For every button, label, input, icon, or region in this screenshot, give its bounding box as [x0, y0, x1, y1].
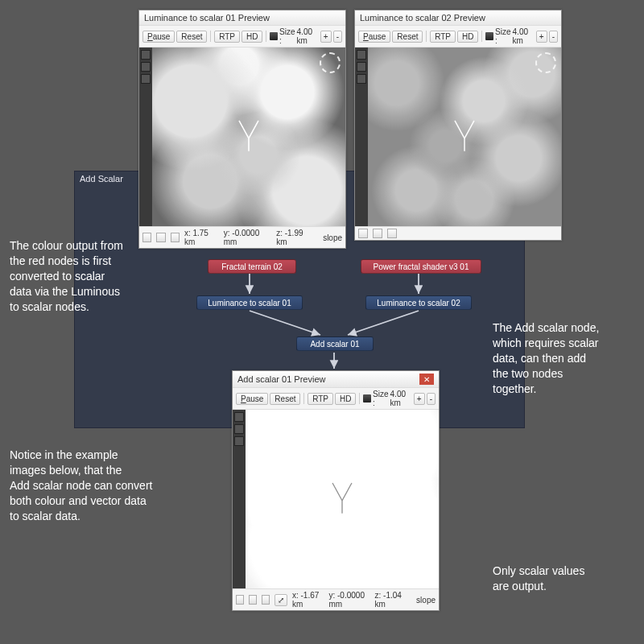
- size-plus-button[interactable]: +: [414, 393, 425, 405]
- svg-line-11: [332, 483, 342, 501]
- status-tool-icon[interactable]: [358, 229, 368, 238]
- status-slope: slope: [323, 233, 342, 242]
- node-fractal-terrain[interactable]: Fractal terrain 02: [208, 259, 296, 274]
- status-z: z: -1.04 km: [375, 591, 407, 609]
- rtp-button[interactable]: RTP: [430, 31, 456, 43]
- side-tool-icon[interactable]: [234, 436, 244, 446]
- status-tool-icon[interactable]: [156, 233, 165, 242]
- reset-button[interactable]: Reset: [392, 31, 423, 43]
- preview-title-text: Luminance to scalar 01 Preview: [144, 13, 270, 23]
- size-value: 4.00 km: [390, 390, 411, 407]
- svg-line-12: [342, 483, 352, 501]
- status-tool-icon[interactable]: [236, 595, 244, 605]
- camera-marker-icon: [448, 118, 481, 153]
- size-plus-button[interactable]: +: [320, 31, 332, 43]
- svg-line-5: [239, 121, 249, 138]
- rtp-button[interactable]: RTP: [214, 31, 240, 43]
- svg-line-8: [455, 121, 464, 138]
- status-tool-icon[interactable]: [249, 595, 257, 605]
- status-x: x: -1.67 km: [292, 591, 324, 609]
- size-plus-button[interactable]: +: [536, 31, 547, 43]
- preview-statusbar: ⤢ x: -1.67 km y: -0.0000 mm z: -1.04 km …: [233, 588, 439, 610]
- node-luminance-to-scalar-2[interactable]: Luminance to scalar 02: [365, 295, 472, 310]
- annotation-bottom-left: Notice in the example images below, that…: [10, 448, 152, 523]
- brush-icon[interactable]: [363, 394, 371, 402]
- compass-icon[interactable]: [413, 415, 434, 436]
- node-add-scalar[interactable]: Add scalar 01: [296, 336, 374, 351]
- side-tool-icon[interactable]: [141, 50, 151, 60]
- annotation-top-left: The colour output from the red nodes is …: [10, 238, 123, 314]
- close-button[interactable]: ✕: [419, 374, 434, 385]
- separator: [210, 31, 211, 42]
- preview-side-tools: [355, 47, 368, 226]
- preview-title-text: Add scalar 01 Preview: [237, 374, 325, 384]
- status-slope: slope: [416, 596, 436, 605]
- preview-statusbar: x: 1.75 km y: -0.0000 mm z: -1.99 km slo…: [139, 226, 345, 248]
- status-y: y: -0.0000 mm: [224, 229, 271, 246]
- rtp-button[interactable]: RTP: [308, 393, 333, 405]
- size-minus-button[interactable]: -: [427, 393, 436, 405]
- status-y: y: -0.0000 mm: [328, 591, 369, 609]
- hd-button[interactable]: HD: [335, 393, 356, 405]
- svg-line-6: [249, 121, 258, 138]
- size-label: Size :: [495, 27, 510, 45]
- status-x: x: 1.75 km: [184, 229, 219, 246]
- separator: [481, 31, 482, 42]
- side-tool-icon[interactable]: [234, 412, 244, 422]
- camera-marker-icon: [233, 118, 265, 153]
- preview-statusbar: [355, 226, 561, 240]
- status-tool-icon[interactable]: [142, 233, 151, 242]
- separator: [303, 393, 304, 404]
- annotation-right-mid: The Add scalar node, which requires scal…: [493, 320, 599, 396]
- compass-icon[interactable]: [535, 52, 556, 73]
- size-minus-button[interactable]: -: [333, 31, 342, 43]
- pause-button[interactable]: Pause: [142, 31, 175, 43]
- preview-titlebar[interactable]: Luminance to scalar 01 Preview: [139, 10, 345, 25]
- preview-titlebar[interactable]: Add scalar 01 Preview ✕: [233, 371, 439, 387]
- hd-button[interactable]: HD: [457, 31, 478, 43]
- preview-titlebar[interactable]: Luminance to scalar 02 Preview: [355, 10, 561, 25]
- preview-title-text: Luminance to scalar 02 Preview: [360, 13, 485, 23]
- side-tool-icon[interactable]: [141, 74, 151, 84]
- preview-side-tools: [233, 410, 246, 588]
- size-minus-button[interactable]: -: [549, 31, 558, 43]
- preview-window-lum2: Luminance to scalar 02 Preview Pause Res…: [354, 10, 562, 241]
- camera-marker-icon: [326, 480, 358, 515]
- separator: [426, 31, 427, 42]
- side-tool-icon[interactable]: [141, 62, 151, 72]
- hd-button[interactable]: HD: [242, 31, 262, 43]
- preview-toolbar: Pause Reset RTP HD Size : 4.00 km + -: [233, 387, 439, 410]
- side-tool-icon[interactable]: [357, 62, 366, 72]
- compass-icon[interactable]: [320, 52, 341, 73]
- preview-canvas[interactable]: [152, 47, 345, 226]
- status-z: z: -1.99 km: [276, 229, 313, 246]
- reset-button[interactable]: Reset: [270, 393, 300, 405]
- size-value: 4.00 km: [513, 27, 533, 45]
- separator: [359, 393, 360, 404]
- svg-line-9: [464, 121, 474, 138]
- side-tool-icon[interactable]: [234, 424, 244, 434]
- preview-window-lum1: Luminance to scalar 01 Preview Pause Res…: [138, 10, 346, 249]
- brush-icon[interactable]: [485, 32, 493, 40]
- size-label: Size :: [373, 390, 388, 407]
- pause-button[interactable]: Pause: [358, 31, 390, 43]
- status-tool-icon[interactable]: [387, 229, 397, 238]
- pause-button[interactable]: Pause: [236, 393, 268, 405]
- preview-toolbar: Pause Reset RTP HD Size : 4.00 km + -: [139, 25, 345, 47]
- preview-side-tools: [139, 47, 152, 226]
- side-tool-icon[interactable]: [357, 74, 366, 84]
- preview-canvas[interactable]: [246, 410, 439, 588]
- side-tool-icon[interactable]: [357, 50, 366, 60]
- preview-canvas[interactable]: [368, 47, 561, 226]
- node-power-fractal-shader[interactable]: Power fractal shader v3 01: [361, 259, 481, 274]
- node-luminance-to-scalar-1[interactable]: Luminance to scalar 01: [196, 295, 303, 310]
- separator: [266, 31, 266, 42]
- size-value: 4.00 km: [297, 27, 317, 45]
- zoom-button[interactable]: ⤢: [275, 594, 287, 606]
- preview-toolbar: Pause Reset RTP HD Size : 4.00 km + -: [355, 25, 561, 47]
- status-tool-icon[interactable]: [171, 233, 180, 242]
- reset-button[interactable]: Reset: [176, 31, 207, 43]
- status-tool-icon[interactable]: [373, 229, 382, 238]
- status-tool-icon[interactable]: [262, 595, 270, 605]
- brush-icon[interactable]: [270, 32, 278, 40]
